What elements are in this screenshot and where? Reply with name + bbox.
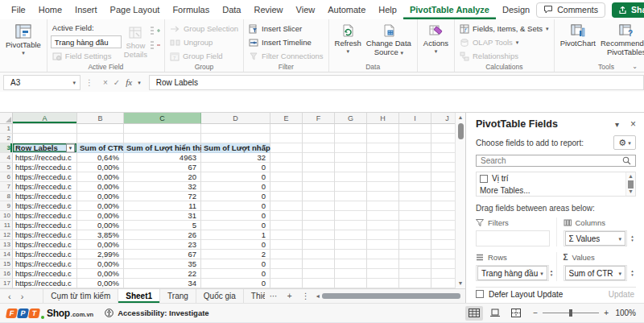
column-header-I[interactable]: I — [399, 113, 431, 124]
field-pill-chevron-icon[interactable]: ▾ — [616, 271, 621, 276]
add-sheet-button[interactable]: + — [283, 289, 297, 303]
page-break-view-button[interactable] — [507, 306, 525, 321]
grid-cell-G11[interactable] — [335, 221, 367, 230]
name-box[interactable]: A3 ▾ — [3, 75, 80, 90]
grid-cell-H8[interactable] — [367, 192, 399, 201]
grid-cell-G3[interactable] — [335, 143, 367, 153]
grid-cell-F6[interactable] — [303, 172, 335, 182]
more-tables-link[interactable]: More Tables... — [477, 185, 635, 197]
active-field-input[interactable]: Trang hàng đầu — [51, 35, 122, 48]
vertical-scrollbar-thumb[interactable] — [458, 123, 464, 139]
grid-cell-J13[interactable] — [431, 240, 455, 250]
grid-cell-J7[interactable] — [431, 182, 455, 192]
grid-cell-C10[interactable]: 31 — [124, 211, 201, 221]
grid-cell-A12[interactable]: https://reccedu.c — [13, 230, 77, 240]
grid-cell-A2[interactable] — [13, 134, 77, 143]
grid-cell-D16[interactable]: 0 — [201, 269, 270, 279]
grid-cell-F9[interactable] — [303, 201, 335, 211]
grid-cell-J15[interactable] — [431, 259, 455, 269]
filter-connections-button[interactable]: Filter Connections — [247, 50, 325, 62]
grid-cell-I5[interactable] — [399, 163, 431, 172]
grid-cell-B13[interactable]: 0,00% — [77, 240, 124, 250]
grid-cell-B14[interactable]: 2,99% — [77, 250, 124, 259]
grid-cell-E7[interactable] — [270, 182, 303, 192]
menu-tab-pivottable-analyze[interactable]: PivotTable Analyze — [403, 0, 496, 19]
grid-cell-I2[interactable] — [399, 134, 431, 143]
grid-cell-G13[interactable] — [335, 240, 367, 250]
sheet-tab-qu-c-gia[interactable]: Quốc gia — [196, 289, 244, 303]
grid-cell-A6[interactable]: https://reccedu.c — [13, 172, 77, 182]
grid-cell-F12[interactable] — [303, 230, 335, 240]
row-number-16[interactable]: 16 — [0, 269, 13, 279]
menu-tab-data[interactable]: Data — [216, 0, 247, 19]
accessibility-status[interactable]: Accessibility: Investigate — [105, 309, 209, 317]
grid-cell-I10[interactable] — [399, 211, 431, 221]
grid-cell-D7[interactable]: 0 — [201, 182, 270, 192]
field-pill[interactable]: Σ Values▾ — [565, 231, 626, 246]
grid-cell-E11[interactable] — [270, 221, 303, 230]
row-number-10[interactable]: 10 — [0, 211, 13, 221]
column-header-F[interactable]: F — [303, 113, 335, 124]
grid-cell-J12[interactable] — [431, 230, 455, 240]
grid-cell-D9[interactable]: 0 — [201, 201, 270, 211]
grid-cell-I3[interactable] — [399, 143, 431, 153]
field-pill-chevron-icon[interactable]: ▾ — [538, 271, 543, 276]
grid-cell-D17[interactable]: 0 — [201, 279, 270, 288]
grid-cell-F8[interactable] — [303, 192, 335, 201]
grid-cell-B4[interactable]: 0,64% — [77, 153, 124, 163]
grid-cell-I11[interactable] — [399, 221, 431, 230]
field-settings-button[interactable]: Field Settings — [51, 50, 122, 62]
row-number-2[interactable]: 2 — [0, 134, 13, 143]
grid-cell-J11[interactable] — [431, 221, 455, 230]
values-spinner[interactable]: ▴▾ — [629, 269, 636, 277]
grid-cell-H12[interactable] — [367, 230, 399, 240]
grid-cell-E6[interactable] — [270, 172, 303, 182]
grid-cell-C16[interactable]: 22 — [124, 269, 201, 279]
column-header-J[interactable]: J — [431, 113, 455, 124]
grid-cell-B16[interactable]: 0,00% — [77, 269, 124, 279]
grid-cell-C17[interactable]: 34 — [124, 279, 201, 288]
actions-button[interactable]: Actions ▾ — [421, 22, 451, 55]
grid-cell-E8[interactable] — [270, 192, 303, 201]
grid-cell-J4[interactable] — [431, 153, 455, 163]
grid-cell-I14[interactable] — [399, 250, 431, 259]
grid-cell-J9[interactable] — [431, 201, 455, 211]
grid-cell-A5[interactable]: https://reccedu.c — [13, 163, 77, 172]
grid-cell-E1[interactable] — [270, 124, 303, 134]
grid-cell-A10[interactable]: https://reccedu.c — [13, 211, 77, 221]
grid-cell-C11[interactable]: 5 — [124, 221, 201, 230]
grid-cell-C1[interactable] — [124, 124, 201, 134]
grid-cell-H17[interactable] — [367, 279, 399, 288]
change-data-source-button[interactable]: Change Data Source ▾ — [364, 22, 414, 57]
grid-cell-J16[interactable] — [431, 269, 455, 279]
menu-tab-review[interactable]: Review — [247, 0, 289, 19]
pivot-header-cell[interactable]: Sum of Lượt hiển thị — [124, 143, 201, 153]
grid-cell-H14[interactable] — [367, 250, 399, 259]
grid-cell-B10[interactable]: 0,00% — [77, 211, 124, 221]
grid-cell-B5[interactable]: 0,00% — [77, 163, 124, 172]
grid-cell-E15[interactable] — [270, 259, 303, 269]
grid-cell-E17[interactable] — [270, 279, 303, 288]
comments-button[interactable]: Comments — [536, 2, 605, 18]
grid-cell-J5[interactable] — [431, 163, 455, 172]
grid-cell-H6[interactable] — [367, 172, 399, 182]
grid-cell-A1[interactable] — [13, 124, 77, 134]
grid-cell-C12[interactable]: 26 — [124, 230, 201, 240]
pivottable-button[interactable]: PivotTable ▾ — [3, 22, 43, 56]
grid-cell-C7[interactable]: 32 — [124, 182, 201, 192]
grid-cell-H9[interactable] — [367, 201, 399, 211]
fields-items-sets-button[interactable]: f Fields, Items, & Sets ▾ — [458, 23, 551, 35]
grid-cell-C4[interactable]: 4963 — [124, 153, 201, 163]
row-number-5[interactable]: 5 — [0, 163, 13, 172]
zoom-slider-thumb[interactable] — [569, 309, 572, 317]
grid-cell-F15[interactable] — [303, 259, 335, 269]
grid-cell-H5[interactable] — [367, 163, 399, 172]
columns-well[interactable]: Σ Values▾ — [564, 230, 628, 246]
scroll-left-icon[interactable]: ◂ — [316, 292, 320, 300]
column-header-E[interactable]: E — [270, 113, 303, 124]
grid-cell-B11[interactable]: 0,00% — [77, 221, 124, 230]
grid-cell-I8[interactable] — [399, 192, 431, 201]
menu-tab-file[interactable]: File — [5, 0, 32, 19]
grid-cell-G17[interactable] — [335, 279, 367, 288]
zoom-in-button[interactable]: + — [604, 309, 609, 317]
